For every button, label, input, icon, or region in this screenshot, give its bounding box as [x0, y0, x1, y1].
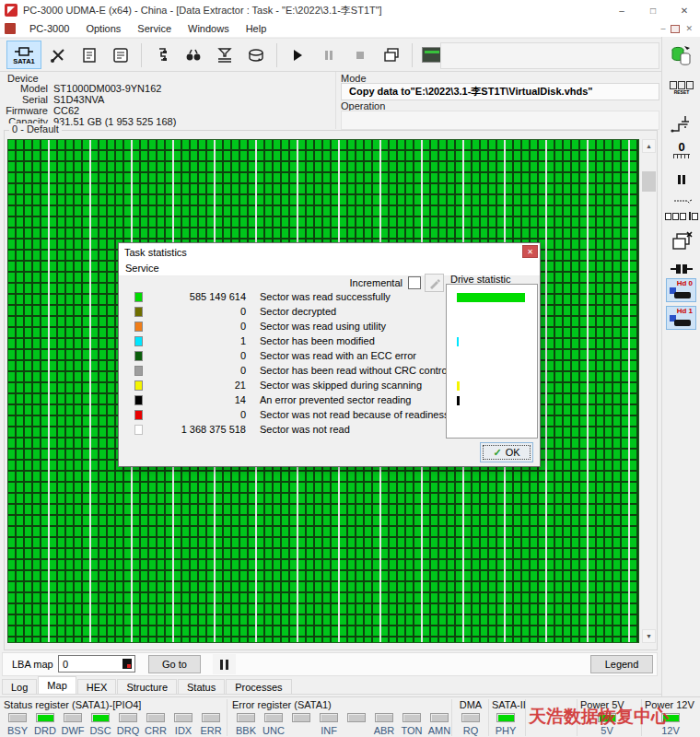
tab-structure[interactable]: Structure: [117, 679, 177, 694]
drive-passport-button[interactable]: [75, 41, 104, 69]
power-control-button[interactable]: [667, 112, 696, 135]
map-pause-button[interactable]: [213, 654, 236, 674]
legend-button[interactable]: Legend: [590, 655, 653, 673]
led-indicator: [64, 713, 82, 722]
ok-button[interactable]: ✓ OK: [480, 442, 533, 462]
stat-row: 585 149 614Sector was read successfully: [119, 289, 443, 304]
stat-value: 1 368 375 518: [146, 424, 246, 435]
toolbar-separator: [412, 43, 413, 67]
start-button[interactable]: [283, 41, 312, 69]
mdi-restore-button[interactable]: [671, 25, 680, 33]
lba-calculator-icon[interactable]: [122, 659, 132, 669]
data-dump-button[interactable]: [241, 41, 271, 69]
incremental-checkbox[interactable]: [408, 276, 421, 289]
reset-hdd-button[interactable]: RESET: [667, 81, 696, 95]
led-label: BBK: [236, 725, 256, 736]
map-scrollbar[interactable]: ▲ ▼: [642, 139, 656, 643]
mdi-close-button[interactable]: ✕: [685, 25, 693, 33]
hd-drive-icon: [674, 320, 691, 326]
led-blank: [343, 713, 370, 736]
tab-map[interactable]: Map: [38, 676, 76, 694]
led-label: DWF: [61, 725, 84, 736]
stat-label: Sector was read using utility: [260, 321, 386, 332]
led-blank: [287, 713, 315, 736]
copy-data-button[interactable]: [667, 44, 696, 68]
hd1-button[interactable]: Hd 1: [666, 306, 696, 330]
sata-leds: PHY: [492, 713, 526, 736]
close-all-windows-button[interactable]: [667, 230, 696, 254]
toolbar-empty-panel: [440, 42, 659, 69]
dialog-close-button[interactable]: ✕: [522, 245, 538, 258]
mdi-minimize-button[interactable]: –: [660, 25, 665, 33]
led-indicator: [375, 713, 393, 722]
tab-log[interactable]: Log: [2, 679, 37, 694]
led-indicator: [91, 713, 110, 722]
scrollbar-thumb[interactable]: [642, 171, 656, 192]
led-indicator: [496, 713, 515, 722]
minimize-button[interactable]: –: [606, 0, 637, 20]
menu-item-service[interactable]: Service: [129, 22, 180, 35]
sleep-pause-button[interactable]: [667, 173, 696, 186]
device-field-label: Serial: [0, 94, 48, 105]
watermark-text: 天浩数据恢复中心: [529, 705, 669, 729]
mode-value: Copy data to"E:\2022\3.1-李ST1T\VirtualDi…: [349, 85, 593, 99]
statusbar-separator: [488, 699, 489, 736]
drive-stat-bar: [457, 293, 525, 302]
led-indicator: [119, 713, 137, 722]
drive-stat-bar: [457, 337, 459, 346]
drive-id-button[interactable]: [106, 41, 135, 69]
sata-connector-icon: [14, 46, 34, 57]
led-label: DRQ: [117, 725, 139, 736]
sata1-port-button[interactable]: SATA1: [6, 41, 41, 69]
recalibrate-button[interactable]: 0: [667, 142, 696, 158]
pause-button[interactable]: [314, 41, 344, 69]
led-err: ERR: [197, 713, 225, 736]
error-register-header: Error register (SATA1): [232, 699, 453, 710]
id-card-icon: [111, 46, 130, 64]
device-field-label: Firmware: [0, 105, 48, 116]
device-field-value: 931.51 GB (1 953 525 168): [53, 116, 176, 127]
scroll-down-button[interactable]: ▼: [642, 629, 656, 643]
toolbar-separator: [276, 43, 277, 67]
ata-connector-button[interactable]: [667, 262, 696, 276]
zero-label: 0: [678, 142, 684, 153]
led-indicator: [292, 713, 310, 722]
stat-row: 0Sector was not read because of readines…: [119, 407, 443, 422]
hd0-button[interactable]: Hd 0: [666, 278, 696, 302]
info-panel: Device ModelST1000DM003-9YN162SerialS1D4…: [0, 72, 661, 129]
object-list-button[interactable]: [147, 41, 177, 69]
led-bbk: BBK: [232, 713, 260, 736]
led-rq: RQ: [457, 713, 484, 736]
search-button[interactable]: [179, 41, 208, 69]
goto-button[interactable]: Go to: [148, 655, 201, 673]
sector-view-button[interactable]: [667, 199, 696, 220]
utility-tools-button[interactable]: [43, 41, 73, 69]
status-register-leds: BSYDRDDWFDSCDRQCRRIDXERR: [4, 713, 225, 736]
menu-item-pc-3000[interactable]: PC-3000: [21, 22, 77, 35]
menu-item-help[interactable]: Help: [238, 22, 275, 35]
tab-processes[interactable]: Processes: [226, 679, 291, 694]
stat-color-swatch: [134, 366, 143, 376]
close-button[interactable]: ✕: [669, 0, 700, 20]
led-crr: CRR: [142, 713, 169, 736]
device-field-model: ModelST1000DM003-9YN162: [0, 83, 176, 94]
reset-chips-icon: [670, 81, 694, 89]
cascade-windows-button[interactable]: [377, 41, 406, 69]
maximize-button[interactable]: □: [637, 0, 669, 20]
pause-icon: [321, 48, 336, 63]
merge-results-button[interactable]: [210, 41, 239, 69]
dialog-menu-service[interactable]: Service: [125, 263, 159, 274]
tab-hex[interactable]: HEX: [77, 679, 117, 694]
menu-item-windows[interactable]: Windows: [180, 22, 238, 35]
led-label: ABR: [374, 725, 395, 736]
device-field-value: CC62: [53, 105, 79, 116]
stat-row: 0Sector has been read without CRC contro…: [119, 363, 443, 378]
menu-item-options[interactable]: Options: [77, 22, 129, 35]
stat-row: 1 368 375 518Sector was not read: [119, 422, 443, 437]
dialog-title-bar[interactable]: Task statistics ✕: [119, 243, 540, 261]
led-bsy: BSY: [4, 713, 31, 736]
hd1-label: Hd 1: [677, 308, 693, 315]
tab-status[interactable]: Status: [178, 679, 225, 694]
scroll-up-button[interactable]: ▲: [642, 139, 656, 153]
stop-button[interactable]: [345, 41, 375, 69]
